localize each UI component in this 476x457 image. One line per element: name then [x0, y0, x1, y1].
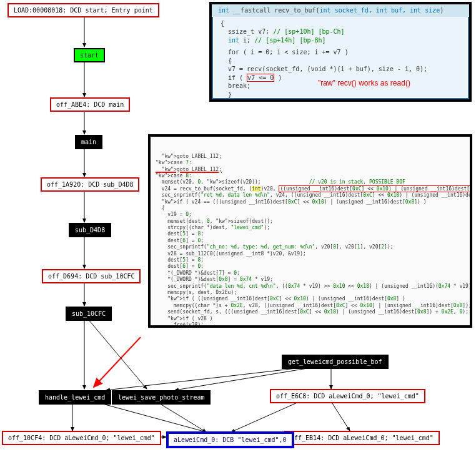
svg-line-13: [156, 401, 206, 432]
svg-line-10: [87, 318, 147, 389]
panel1-l2a: int: [228, 37, 239, 44]
node-off-1a920[interactable]: off_1A920: DCD sub_D4D8: [41, 177, 139, 192]
node-aleweicmd-db[interactable]: aLeweiCmd_0: DCB "lewei_cmd",0: [166, 431, 294, 448]
panel1-l6: v7 = recv(socket_fd, (void *)(i + buf), …: [221, 65, 463, 74]
panel1-l1a: ssize_t v7;: [228, 28, 273, 35]
panel1-sig-close: ): [440, 7, 444, 14]
panel1-l2b: i;: [239, 37, 254, 44]
node-off-d694[interactable]: off_D694: DCD sub_10CFC: [42, 269, 141, 283]
node-lewei-save-photo[interactable]: lewei_save_photo_stream: [112, 390, 211, 405]
node-sub-d4d8[interactable]: sub_D4D8: [69, 223, 111, 237]
panel1-sig-fn: __fastcall recv_to_buf(: [229, 7, 320, 14]
svg-line-23: [94, 337, 141, 387]
node-main[interactable]: main: [75, 135, 102, 149]
panel1-l7a: if (: [228, 74, 247, 81]
panel2-code: "kw">goto LABEL_112;"kw">case 7: "kw">go…: [156, 154, 465, 328]
svg-line-15: [106, 366, 312, 390]
panel1-sig-args: int socket_fd, int buf, int size: [320, 7, 440, 14]
node-sub-10cfc[interactable]: sub_10CFC: [66, 307, 112, 321]
svg-line-17: [231, 401, 300, 432]
panel1-red-annotation: "raw" recv() works as read(): [318, 78, 410, 88]
node-start[interactable]: start: [74, 48, 105, 62]
node-handle-lewei-cmd[interactable]: handle_lewei_cmd: [39, 390, 111, 405]
panel1-l7b: ): [274, 74, 282, 81]
panel1-l4: for ( i = 0; i < size; i += v7 ): [221, 48, 463, 57]
panel1-l1b: // [sp+10h] [bp-Ch]: [273, 28, 344, 35]
node-off-abe4[interactable]: off_ABE4: DCD main: [50, 97, 130, 112]
code-panel-switch: "kw">goto LABEL_112;"kw">case 7: "kw">go…: [148, 134, 472, 328]
panel1-signature: int __fastcall recv_to_buf(int socket_fd…: [212, 4, 469, 17]
node-entry-point[interactable]: LOAD:00008018: DCD start; Entry point: [7, 3, 159, 17]
panel1-l10: return i;: [221, 99, 463, 102]
svg-line-18: [331, 401, 350, 431]
panel1-l5: {: [221, 57, 463, 66]
panel1-sig-ret: int: [218, 7, 229, 14]
panel1-l7hl: v7 <= 0: [247, 74, 274, 82]
panel1-l9: }: [221, 91, 463, 99]
code-panel-recv-to-buf: int __fastcall recv_to_buf(int socket_fd…: [209, 2, 472, 102]
svg-line-12: [94, 401, 206, 432]
node-off-e6c8[interactable]: off_E6C8: DCD aLeweiCmd_0; "lewei_cmd": [270, 389, 425, 403]
node-get-leweicmd-bof[interactable]: get_leweicmd_possible_bof: [282, 355, 389, 369]
svg-line-16: [175, 366, 319, 390]
panel1-l2c: // [sp+14h] [bp-8h]: [254, 37, 325, 44]
node-off-10cf4[interactable]: off_10CF4: DCD aLeweiCmd_0; "lewei_cmd": [2, 431, 161, 445]
node-off-eb14[interactable]: off_EB14: DCD aLeweiCmd_0; "lewei_cmd": [284, 431, 440, 445]
